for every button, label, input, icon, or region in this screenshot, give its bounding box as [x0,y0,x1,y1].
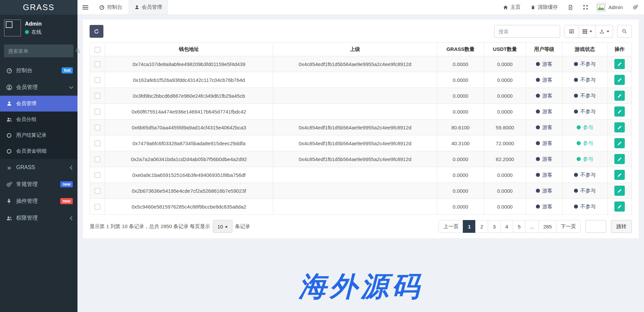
export-icon [599,29,605,34]
clear-cache-link[interactable]: 清除缓存 [525,4,563,10]
circle-o-icon [5,149,13,154]
sidebar-item-member-manage[interactable]: 会员管理 [0,96,77,112]
columns-grid-icon [582,29,587,34]
online-label: 在线 [31,29,41,35]
table-row: 0x2a7a2a06341bda1cd2d4ab05b7f56b0dbe4a2d… [90,151,632,167]
row-checkbox[interactable] [95,77,100,83]
edit-button[interactable] [614,59,625,69]
edit-button[interactable] [614,122,625,132]
edit-button[interactable] [614,106,625,117]
edit-button[interactable] [614,154,625,164]
upline-cell [273,199,437,215]
row-checkbox[interactable] [95,204,100,210]
pagination-info-suffix: 条记录 [235,223,250,230]
actions-cell [607,167,632,183]
export-button[interactable] [595,25,613,38]
row-checkbox[interactable] [95,125,100,130]
level-dot-icon [536,94,540,98]
sidebar-search-input[interactable] [8,48,75,54]
sidebar-item-dashboard[interactable]: 控制台 hot [0,62,77,79]
user-status: 在线 [25,29,42,35]
navbar-username[interactable]: Admin [608,4,623,10]
sidebar-item-fund-details[interactable]: 会员资金明细 [0,143,77,159]
sidebar-submenu: 会员管理 会员分组 用户结算记录 会员资金明细 [0,96,77,159]
page-button[interactable]: 下一页 [556,220,581,233]
row-checkbox[interactable] [95,109,100,115]
row-checkbox[interactable] [95,141,100,146]
table-row: 0x74ca107de8a8abfee498209b3fd01159e5f4d4… [90,56,632,72]
refresh-button[interactable] [90,25,103,38]
sidebar-group-grass[interactable]: » GRASS [0,159,77,176]
actions-cell [607,199,632,215]
row-checkbox[interactable] [95,61,100,67]
fullscreen-button[interactable] [578,4,593,10]
navbar-avatar[interactable] [597,3,606,12]
home-label: 主页 [510,4,520,10]
pencil-icon [617,109,622,114]
sidebar-item-general-manage[interactable]: 常规管理 new [0,176,77,193]
sidebar-item-plugin-manage[interactable]: 插件管理 new [0,193,77,210]
sidebar-item-label: 会员资金明细 [16,148,73,154]
column-header-actions: 操作 [607,43,632,56]
edit-button[interactable] [614,186,625,196]
grass-amount-cell: 0.0000 [437,199,484,215]
tab-dashboard[interactable]: 控制台 [93,0,128,14]
row-checkbox[interactable] [95,188,100,194]
usdt-amount-cell: 0.0000 [484,72,526,88]
columns-button[interactable] [579,25,596,38]
upline-cell: 0x4c854edf1fb1d5b564ae9e9955a2c4ee9fc891… [273,135,437,151]
main-content: 钱包地址 上级 GRASS数量 USDT数量 用户等级 游戏状态 操作 0x74… [77,15,644,312]
row-checkbox[interactable] [95,93,100,99]
pencil-icon [617,173,622,178]
card-view-button[interactable] [564,25,579,38]
home-link[interactable]: 主页 [498,4,525,10]
select-all-checkbox[interactable] [95,47,100,53]
edit-button[interactable] [614,201,625,212]
tab-member-manage[interactable]: 会员管理 [128,0,168,14]
edit-button[interactable] [614,91,625,101]
status-dot-icon [574,205,578,209]
page-jump-input[interactable] [585,220,606,233]
page-size-dropdown[interactable]: 10 [213,220,232,233]
table-search-input[interactable] [494,25,560,38]
row-checkbox[interactable] [95,172,100,178]
page-button[interactable]: 2 [475,220,488,233]
chevron-down-icon [69,85,73,89]
edit-button[interactable] [614,75,625,85]
sidebar-item-settle-records[interactable]: 用户结算记录 [0,127,77,143]
edit-button[interactable] [614,138,625,148]
status-dot-icon [574,110,578,114]
sidebar-item-label: 插件管理 [16,198,60,205]
sidebar-group-member[interactable]: 会员管理 [0,79,77,96]
page-button[interactable]: 1 [463,220,476,233]
table-row: 0xe0a9c1ba6591525164b3fe494069351f8ba756… [90,167,632,183]
advanced-search-button[interactable] [617,25,632,38]
cogs-icon [5,181,13,188]
sidebar-toggle-button[interactable] [77,0,93,14]
page-jump-button[interactable]: 跳转 [611,220,632,233]
page-button[interactable]: 上一页 [439,220,463,233]
circle-o-icon [5,133,13,138]
table-header-row: 钱包地址 上级 GRASS数量 USDT数量 用户等级 游戏状态 操作 [90,43,632,56]
pencil-icon [617,204,622,209]
caret-down-icon [589,31,592,32]
row-select-cell [90,120,105,135]
app-logo: GRASS [0,0,77,15]
page-button[interactable]: 5 [513,220,525,233]
language-doc-button[interactable] [563,4,578,10]
user-panel: Admin 在线 [0,15,77,42]
sidebar-item-member-group[interactable]: 会员分组 [0,112,77,127]
page-button[interactable]: 3 [488,220,501,233]
settings-button[interactable] [627,4,641,10]
page-button[interactable]: 4 [500,220,513,233]
sidebar-group-permission[interactable]: 权限管理 [0,210,77,226]
caret-down-icon [607,31,609,32]
edit-button[interactable] [614,170,625,180]
page-button[interactable]: ... [525,220,539,233]
row-checkbox[interactable] [95,156,100,162]
column-header-upline: 上级 [273,43,437,56]
upline-cell [273,167,437,183]
page-button[interactable]: 285 [539,220,556,233]
wallet-address-cell: 0x6b65d5a70aa4455fd9a9ad14cf4315e40642bc… [105,120,273,135]
sidebar-item-label: 常规管理 [16,181,60,188]
